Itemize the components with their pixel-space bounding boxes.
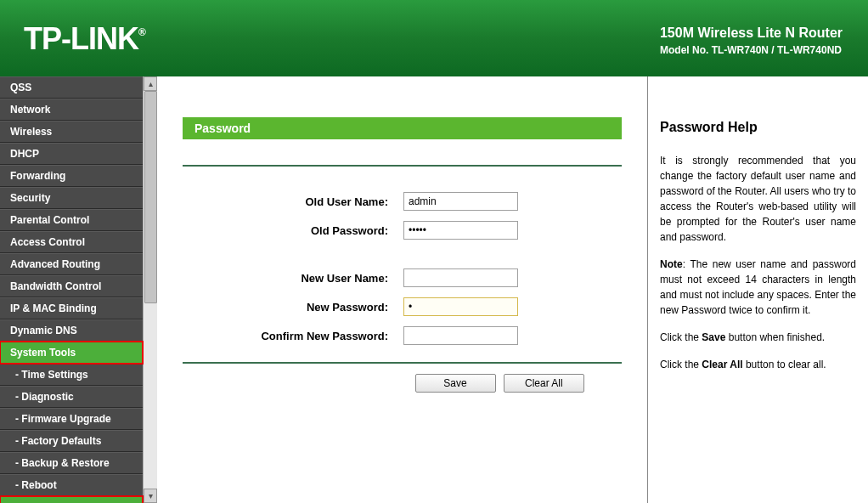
sidebar-item-factory-defaults[interactable]: - Factory Defaults [0, 430, 143, 452]
sidebar-nav: QSSNetworkWirelessDHCPForwardingSecurity… [0, 76, 143, 503]
new-user-name-input[interactable] [403, 268, 518, 287]
confirm-password-input[interactable] [403, 326, 518, 345]
help-title: Password Help [660, 117, 856, 138]
sidebar-item-wireless[interactable]: Wireless [0, 121, 143, 143]
sidebar-item-dhcp[interactable]: DHCP [0, 143, 143, 165]
sidebar-item-system-tools[interactable]: System Tools [0, 342, 143, 364]
label-old-pass: Old Password: [183, 224, 403, 237]
model-number: Model No. TL-WR740N / TL-WR740ND [660, 44, 843, 56]
sidebar-item-network[interactable]: Network [0, 99, 143, 121]
save-button[interactable]: Save [415, 374, 496, 393]
help-text-1: It is strongly recommended that you chan… [660, 153, 856, 245]
sidebar-item-reboot[interactable]: - Reboot [0, 474, 143, 496]
label-new-user: New User Name: [183, 272, 403, 285]
divider [183, 165, 622, 167]
divider [183, 362, 622, 364]
page-title: Password [183, 117, 622, 139]
new-password-input[interactable] [403, 297, 518, 316]
scroll-up-icon[interactable]: ▴ [144, 76, 157, 91]
note-label: Note [660, 258, 683, 270]
sidebar-item-qss[interactable]: QSS [0, 76, 143, 99]
label-confirm-pass: Confirm New Password: [183, 330, 403, 342]
sidebar-item-backup-restore[interactable]: - Backup & Restore [0, 452, 143, 474]
help-text-3: Click the Save button when finished. [660, 330, 856, 345]
header-product-info: 150M Wireless Lite N Router Model No. TL… [660, 25, 843, 56]
sidebar-item-advanced-routing[interactable]: Advanced Routing [0, 253, 143, 275]
sidebar-item-password[interactable]: - Password [0, 496, 143, 503]
header: TP-LINK® 150M Wireless Lite N Router Mod… [0, 0, 868, 76]
label-old-user: Old User Name: [183, 195, 403, 208]
main-content: Password Old User Name: Old Password: Ne… [157, 76, 647, 503]
sidebar-item-security[interactable]: Security [0, 187, 143, 209]
sidebar-item-parental-control[interactable]: Parental Control [0, 209, 143, 231]
old-user-name-input[interactable] [403, 192, 518, 211]
sidebar-item-diagnostic[interactable]: - Diagnostic [0, 386, 143, 408]
sidebar-item-dynamic-dns[interactable]: Dynamic DNS [0, 319, 143, 342]
product-title: 150M Wireless Lite N Router [660, 25, 843, 41]
old-password-input[interactable] [403, 221, 518, 240]
label-new-pass: New Password: [183, 301, 403, 314]
scroll-thumb[interactable] [144, 91, 157, 303]
sidebar-scrollbar[interactable]: ▴ ▾ [143, 76, 157, 503]
sidebar-item-ip-mac-binding[interactable]: IP & MAC Binding [0, 297, 143, 319]
sidebar-item-forwarding[interactable]: Forwarding [0, 165, 143, 187]
scroll-down-icon[interactable]: ▾ [144, 489, 157, 503]
clear-all-button[interactable]: Clear All [504, 374, 584, 393]
help-text-2: Note: The new user name and password mus… [660, 257, 856, 318]
registered-icon: ® [138, 26, 145, 38]
sidebar-item-access-control[interactable]: Access Control [0, 231, 143, 253]
brand-logo: TP-LINK® [24, 21, 145, 57]
help-panel: Password Help It is strongly recommended… [647, 76, 868, 503]
sidebar-item-firmware-upgrade[interactable]: - Firmware Upgrade [0, 408, 143, 430]
help-text-4: Click the Clear All button to clear all. [660, 357, 856, 372]
sidebar-item-bandwidth-control[interactable]: Bandwidth Control [0, 275, 143, 297]
sidebar-item-time-settings[interactable]: - Time Settings [0, 364, 143, 386]
